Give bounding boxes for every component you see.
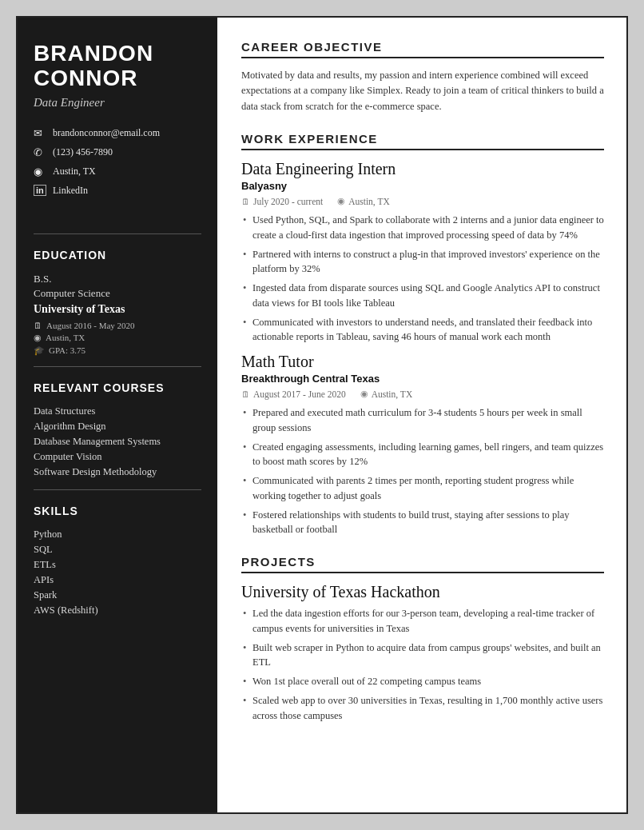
location-icon: ◉	[34, 166, 46, 178]
course-item: Data Structures	[34, 405, 201, 417]
calendar-icon: 🗓	[241, 389, 250, 399]
project-1-bullets: Led the data ingestion efforts for our 3…	[241, 606, 604, 723]
divider-3	[34, 489, 201, 490]
job-1-bullets: Used Python, SQL, and Spark to collabora…	[241, 213, 604, 345]
name-line2: CONNOR	[34, 66, 137, 90]
work-experience-heading: WORK EXPERIENCE	[241, 132, 604, 150]
contact-location: ◉ Austin, TX	[34, 166, 201, 178]
edu-location: ◉ Austin, TX	[34, 333, 201, 343]
candidate-name: BRANDON CONNOR	[34, 42, 201, 91]
gpa-icon: 🎓	[34, 345, 45, 356]
edu-gpa: 🎓 GPA: 3.75	[34, 345, 201, 356]
resume-container: BRANDON CONNOR Data Engineer ✉ brandonco…	[16, 16, 628, 814]
course-item: Algorithm Design	[34, 421, 201, 433]
contact-email: ✉ brandonconnor@email.com	[34, 127, 201, 140]
course-item: Database Management Systems	[34, 436, 201, 448]
location-icon: ◉	[337, 196, 345, 206]
bullet-item: Fostered relationships with students to …	[241, 508, 604, 538]
courses-heading: RELEVANT COURSES	[34, 381, 201, 394]
job-2: Math Tutor Breakthrough Central Texas 🗓 …	[241, 353, 604, 537]
contact-linkedin[interactable]: in LinkedIn	[34, 185, 201, 197]
course-item: Computer Vision	[34, 451, 201, 463]
job-1-dates: 🗓 July 2020 - current	[241, 197, 323, 206]
skill-item: SQL	[34, 544, 201, 556]
calendar-icon: 🗓	[241, 197, 250, 206]
skill-item: Python	[34, 529, 201, 541]
bullet-item: Communicated with investors to understan…	[241, 315, 604, 345]
project-1: University of Texas Hackathon Led the da…	[241, 583, 604, 723]
job-2-location: ◉ Austin, TX	[360, 389, 413, 399]
job-1-title: Data Engineering Intern	[241, 160, 604, 178]
courses-list: Data Structures Algorithm Design Databas…	[34, 405, 201, 481]
skill-item: ETLs	[34, 559, 201, 571]
edu-degree: B.S.	[34, 273, 201, 285]
edu-field: Computer Science	[34, 287, 201, 300]
skills-heading: SKILLS	[34, 505, 201, 517]
edu-location-icon: ◉	[34, 333, 42, 343]
name-line1: BRANDON	[34, 41, 153, 66]
bullet-item: Ingested data from disparate sources usi…	[241, 281, 604, 311]
contact-list: ✉ brandonconnor@email.com ✆ (123) 456-78…	[34, 127, 201, 203]
bullet-item: Scaled web app to over 30 universities i…	[241, 693, 604, 724]
candidate-title: Data Engineer	[34, 96, 201, 110]
skill-item: APIs	[34, 574, 201, 586]
job-2-company: Breakthrough Central Texas	[241, 373, 604, 385]
calendar-icon: 🗓	[34, 321, 42, 330]
location-icon: ◉	[360, 389, 368, 399]
skill-item: AWS (Redshift)	[34, 605, 201, 617]
job-1-location: ◉ Austin, TX	[337, 196, 390, 206]
job-1-meta: 🗓 July 2020 - current ◉ Austin, TX	[241, 196, 604, 206]
job-2-dates: 🗓 August 2017 - June 2020	[241, 389, 346, 399]
divider-1	[34, 233, 201, 234]
career-objective-text: Motivated by data and results, my passio…	[241, 68, 604, 114]
skill-item: Spark	[34, 589, 201, 601]
education-heading: EDUCATION	[34, 249, 201, 261]
bullet-item: Partnered with interns to construct a pl…	[241, 247, 604, 277]
bullet-item: Led the data ingestion efforts for our 3…	[241, 606, 604, 636]
job-2-title: Math Tutor	[241, 353, 604, 371]
career-objective-heading: CAREER OBJECTIVE	[241, 40, 604, 58]
contact-phone: ✆ (123) 456-7890	[34, 146, 201, 159]
sidebar: BRANDON CONNOR Data Engineer ✉ brandonco…	[18, 18, 217, 812]
edu-dates: 🗓 August 2016 - May 2020	[34, 321, 201, 330]
job-2-meta: 🗓 August 2017 - June 2020 ◉ Austin, TX	[241, 389, 604, 399]
linkedin-icon: in	[34, 185, 46, 196]
phone-icon: ✆	[34, 146, 46, 159]
email-icon: ✉	[34, 127, 46, 140]
job-2-bullets: Prepared and executed math curriculum fo…	[241, 405, 604, 537]
bullet-item: Built web scraper in Python to acquire d…	[241, 640, 604, 671]
bullet-item: Won 1st place overall out of 22 competin…	[241, 674, 604, 689]
job-1-company: Balyasny	[241, 180, 604, 192]
projects-heading: PROJECTS	[241, 555, 604, 573]
divider-2	[34, 366, 201, 367]
job-1: Data Engineering Intern Balyasny 🗓 July …	[241, 160, 604, 345]
bullet-item: Created engaging assessments, including …	[241, 440, 604, 470]
course-item: Software Design Methodology	[34, 466, 201, 478]
bullet-item: Communicated with parents 2 times per mo…	[241, 473, 604, 504]
skills-list: Python SQL ETLs APIs Spark AWS (Redshift…	[34, 529, 201, 620]
bullet-item: Used Python, SQL, and Spark to collabora…	[241, 213, 604, 243]
edu-school: University of Texas	[34, 303, 201, 316]
bullet-item: Prepared and executed math curriculum fo…	[241, 405, 604, 436]
main-content: CAREER OBJECTIVE Motivated by data and r…	[217, 18, 626, 812]
project-1-title: University of Texas Hackathon	[241, 583, 604, 601]
